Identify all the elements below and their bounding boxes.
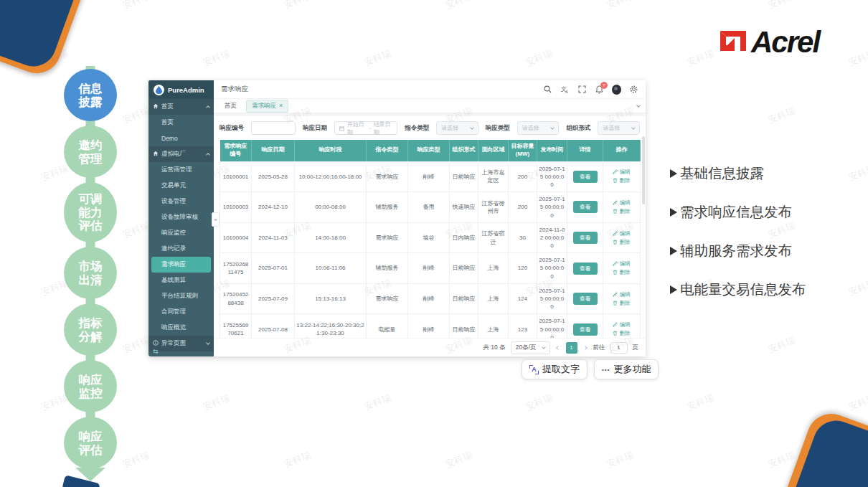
cell-region: 上海市嘉定区: [478, 161, 509, 192]
cell-org: 日前响应: [450, 314, 478, 338]
cell-detail: 查看: [567, 283, 603, 314]
cell-publish: 2025-07-15 00:00:00: [537, 314, 567, 338]
sidebar-item[interactable]: 设备故障审核: [148, 209, 214, 225]
response-number-input[interactable]: [251, 121, 296, 135]
command-type-select[interactable]: 请选择: [436, 121, 478, 135]
sidebar-item[interactable]: 响应监控: [148, 225, 214, 241]
date-range-picker[interactable]: 开始日期 - 结束日期: [334, 121, 397, 135]
sidebar-item[interactable]: 平台结算规则: [148, 288, 214, 304]
app-top-bar: 需求响应 文A 7: [214, 80, 646, 99]
edit-link[interactable]: 编辑: [605, 290, 638, 299]
delete-link[interactable]: 删除: [605, 329, 638, 338]
prev-page-button[interactable]: [555, 346, 561, 349]
notification-bell-icon[interactable]: 7: [595, 85, 604, 94]
sidebar-collapse-icon[interactable]: ⇆: [153, 348, 159, 355]
sidebar-item[interactable]: 设备管理: [148, 194, 214, 209]
cell-id: 1752026811475: [220, 253, 252, 284]
goto-label: 前往: [593, 344, 605, 352]
view-button[interactable]: 查看: [573, 201, 598, 213]
response-type-select[interactable]: 请选择: [517, 121, 560, 135]
sidebar-item-label: 运营商管理: [161, 166, 192, 174]
edit-link[interactable]: 编辑: [605, 168, 638, 176]
delete-link[interactable]: 删除: [605, 268, 638, 277]
tab-0[interactable]: 首页: [220, 100, 242, 112]
edit-link[interactable]: 编辑: [605, 321, 638, 329]
sidebar-item-label: Demo: [161, 135, 178, 142]
sidebar-item[interactable]: 基线测算: [148, 273, 214, 288]
fullscreen-icon[interactable]: [577, 85, 587, 94]
cell-id: 1752045288438: [220, 283, 252, 314]
page-size-value: 20条/页: [516, 344, 537, 352]
sidebar-item[interactable]: 邀约记录: [148, 241, 214, 257]
delete-link[interactable]: 删除: [605, 176, 638, 185]
cell-org: 日前响应: [450, 283, 478, 314]
delete-link[interactable]: 删除: [605, 238, 638, 247]
current-page-button[interactable]: 1: [566, 342, 577, 354]
cell-detail: 查看: [567, 192, 603, 223]
table-row: 17520452884382025-07-0915:13-16:13需求响应削峰…: [220, 283, 641, 314]
annotation-bullet-4: 电能量交易信息发布: [670, 280, 806, 299]
watermark-text: 安科瑞: [121, 448, 151, 471]
chevron-down-icon: [551, 126, 555, 130]
annotation-bullet-text: 基础信息披露: [680, 164, 764, 183]
watermark-text: 安科瑞: [282, 448, 313, 471]
goto-page-input[interactable]: [610, 342, 628, 354]
org-form-select[interactable]: 请选择: [598, 121, 640, 135]
cell-actions: 编辑 删除: [603, 314, 641, 338]
cell-capacity: 30: [509, 222, 537, 253]
cell-capacity: 120: [509, 253, 537, 284]
translate-icon[interactable]: 文A: [560, 85, 570, 94]
tab-1[interactable]: 需求响应×: [246, 100, 288, 113]
cell-date: 2024-12-10: [252, 192, 295, 223]
edit-link[interactable]: 编辑: [605, 199, 638, 207]
view-button[interactable]: 查看: [573, 323, 598, 336]
calendar-icon: [339, 126, 344, 131]
view-button[interactable]: 查看: [573, 232, 598, 244]
sidebar-logo[interactable]: PureAdmin: [148, 80, 214, 99]
sidebar-item[interactable]: 需求响应: [151, 257, 211, 273]
sidebar-item[interactable]: 首页: [148, 115, 214, 131]
sidebar-item[interactable]: Demo: [148, 131, 214, 146]
table-column-header: 目标容量(MW): [509, 140, 537, 161]
date-start-placeholder: 开始日期: [347, 120, 367, 136]
next-page-button[interactable]: [582, 346, 588, 349]
sidebar-item[interactable]: 运营商管理: [148, 162, 214, 178]
view-button[interactable]: 查看: [573, 263, 598, 275]
sidebar-group-3[interactable]: 虚拟电厂: [148, 146, 214, 162]
search-icon[interactable]: [543, 85, 552, 94]
scrollbar-thumb[interactable]: [642, 136, 645, 204]
overlay-button-1[interactable]: A提取文字: [522, 359, 588, 379]
view-button[interactable]: 查看: [573, 171, 598, 183]
tab-bar-menu[interactable]: [637, 104, 640, 108]
sidebar-item[interactable]: 响应概览: [148, 320, 214, 336]
watermark-text: 安科瑞: [121, 0, 151, 12]
annotation-bullet-1: 基础信息披露: [670, 164, 806, 183]
delete-link[interactable]: 删除: [605, 207, 638, 216]
edit-link[interactable]: 编辑: [605, 230, 638, 238]
edit-link[interactable]: 编辑: [605, 260, 638, 268]
user-avatar[interactable]: [612, 85, 621, 94]
tab-close-icon[interactable]: ×: [279, 103, 283, 109]
sidebar-collapse-handle[interactable]: «: [212, 212, 220, 227]
bullet-arrow-icon: [670, 208, 677, 217]
cell-period: 14:00-18:00: [295, 222, 367, 253]
table-column-header: 需求响应编号: [220, 140, 252, 161]
cell-region: 江苏省宿迁: [478, 222, 509, 253]
sidebar-item[interactable]: 交易单元: [148, 178, 214, 194]
view-button[interactable]: 查看: [573, 293, 598, 305]
sidebar-item[interactable]: 合同管理: [148, 304, 214, 320]
table-column-header: 操作: [603, 140, 641, 161]
filter-org-label: 组织形式: [566, 124, 590, 133]
sidebar-group-0[interactable]: 首页: [148, 99, 214, 115]
cell-detail: 查看: [567, 222, 603, 253]
overlay-button-2[interactable]: •••更多功能: [594, 359, 659, 379]
page-size-select[interactable]: 20条/页: [511, 341, 550, 354]
cell-command: 辅助服务: [367, 253, 408, 284]
overlay-button-label: 更多功能: [613, 363, 651, 376]
sidebar-item-label: 设备故障审核: [161, 213, 198, 222]
cell-date: 2025-05-28: [252, 161, 295, 192]
annotation-bullet-text: 电能量交易信息发布: [680, 280, 806, 299]
settings-gear-icon[interactable]: [629, 85, 638, 94]
delete-link[interactable]: 删除: [605, 299, 638, 308]
cell-date: 2025-07-01: [252, 253, 295, 284]
